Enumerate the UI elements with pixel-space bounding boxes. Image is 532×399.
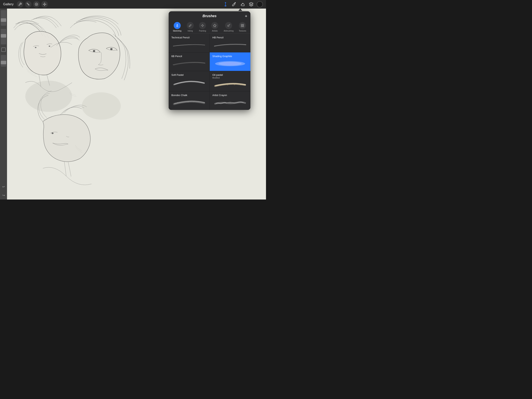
category-airbrushing-label: Airbrushing [224, 30, 234, 32]
flow-slider[interactable] [1, 55, 6, 67]
sketch-illustration [0, 9, 160, 200]
painting-icon [199, 22, 206, 29]
svg-point-33 [237, 102, 238, 103]
category-airbrushing[interactable]: Airbrushing [222, 21, 236, 33]
magic-button[interactable] [25, 1, 32, 8]
category-artistic[interactable]: Artistic [209, 21, 220, 33]
brush-name-soft-pastel: Soft Pastel [171, 73, 207, 76]
brush-cell-hb-pencil[interactable]: HB Pencil [210, 34, 251, 52]
svg-point-31 [222, 102, 222, 103]
brush-cell-artist-crayon[interactable]: Artist Crayon [210, 91, 251, 110]
brush-name-oil-pastel: Oil pastel [212, 73, 248, 76]
right-tools [222, 1, 263, 7]
artistic-icon [211, 22, 218, 29]
svg-point-30 [203, 102, 203, 103]
category-textures-label: Textures [239, 30, 246, 32]
svg-point-25 [177, 102, 178, 103]
brush-preview-hb-pencil [212, 39, 248, 50]
brush-preview-artist-crayon [212, 97, 248, 108]
svg-point-16 [202, 25, 203, 26]
brush-tool-button[interactable] [231, 1, 237, 7]
category-sketching-label: Sketching [173, 30, 182, 32]
svg-rect-20 [243, 26, 244, 27]
brush-cell-bonobo-chalk[interactable]: Bonobo Chalk [169, 91, 209, 110]
category-painting-label: Painting [199, 30, 206, 32]
brush-preview-shading-graphite [212, 58, 248, 69]
color-picker-square[interactable] [1, 48, 6, 52]
brush-cell-shading-graphite[interactable]: Shading Graphite [210, 52, 251, 71]
brushes-panel: Brushes + Sketching Inking [169, 11, 250, 110]
brush-categories: Sketching Inking Painting [169, 20, 250, 34]
svg-point-28 [193, 102, 194, 102]
opacity-slider-thumb[interactable] [1, 18, 6, 22]
brush-cell-technical-pencil[interactable]: Technical Pencil [169, 34, 209, 52]
brush-name-bonobo-chalk: Bonobo Chalk [171, 94, 207, 97]
svg-point-2 [35, 3, 38, 6]
size-slider-thumb[interactable] [1, 34, 6, 38]
brushes-title: Brushes [203, 14, 216, 18]
category-inking[interactable]: Inking [185, 21, 196, 33]
textures-icon [239, 22, 246, 29]
flow-slider-thumb[interactable] [1, 61, 6, 64]
brush-name-hb-pencil: HB Pencil [212, 36, 248, 39]
svg-marker-7 [249, 2, 253, 4]
brushes-add-button[interactable]: + [245, 14, 247, 18]
sketching-icon [174, 22, 181, 29]
category-painting[interactable]: Painting [197, 21, 208, 33]
svg-point-32 [230, 102, 231, 103]
brush-preview-bonobo-chalk [171, 97, 207, 108]
wrench-button[interactable] [17, 1, 23, 8]
svg-point-14 [25, 81, 72, 112]
category-textures[interactable]: Textures [237, 21, 248, 33]
svg-point-24 [222, 62, 238, 65]
layers-tool-button[interactable] [248, 1, 254, 7]
svg-rect-8 [0, 9, 160, 200]
opacity-slider[interactable] [1, 10, 6, 26]
category-sketching[interactable]: Sketching [171, 21, 184, 33]
brush-modified-oil-pastel: Modified [212, 77, 248, 79]
move-button[interactable] [41, 1, 48, 8]
svg-line-6 [241, 3, 243, 5]
brush-preview-soft-pastel [171, 77, 207, 89]
svg-point-13 [52, 133, 54, 134]
airbrushing-icon [225, 22, 232, 29]
size-slider[interactable] [1, 29, 6, 45]
brush-name-technical-pencil: Technical Pencil [171, 36, 207, 39]
brush-cell-soft-pastel[interactable]: Soft Pastel [169, 71, 209, 91]
svg-point-26 [183, 102, 183, 103]
category-inking-label: Inking [188, 30, 193, 32]
brush-preview-6b-pencil [171, 58, 207, 69]
redo-button[interactable]: ↪ [1, 193, 6, 198]
svg-point-12 [110, 48, 113, 50]
svg-rect-21 [241, 26, 242, 27]
smudge-button[interactable] [33, 1, 40, 8]
brushes-header: Brushes + [169, 11, 250, 20]
brush-preview-oil-pastel [212, 80, 248, 89]
svg-point-9 [35, 47, 36, 48]
brush-cell-6b-pencil[interactable]: 6B Pencil [169, 52, 209, 71]
svg-point-11 [93, 50, 95, 52]
color-swatch[interactable] [257, 1, 263, 7]
svg-rect-5 [225, 6, 226, 6]
undo-button[interactable]: ↩ [1, 184, 6, 189]
left-panel: ↩ ↪ [0, 9, 7, 200]
pencil-tool-button[interactable] [222, 1, 229, 7]
inking-icon [187, 22, 194, 29]
brush-cell-oil-pastel[interactable]: Oil pastel Modified [210, 71, 251, 91]
brush-grid: Technical Pencil HB Pencil 6B Pencil [169, 34, 250, 110]
brush-name-shading-graphite: Shading Graphite [212, 55, 248, 58]
gallery-button[interactable]: Gallery [3, 2, 14, 6]
eraser-tool-button[interactable] [240, 1, 246, 7]
svg-rect-19 [243, 24, 244, 25]
category-artistic-label: Artistic [212, 30, 218, 32]
svg-rect-18 [241, 24, 242, 25]
svg-point-17 [228, 25, 229, 27]
panel-arrow [238, 9, 242, 11]
svg-point-15 [82, 92, 121, 120]
brush-preview-technical-pencil [171, 39, 207, 50]
toolbar: Gallery [0, 0, 266, 9]
svg-line-1 [29, 5, 29, 6]
brush-name-artist-crayon: Artist Crayon [212, 94, 248, 97]
svg-point-27 [188, 102, 189, 102]
brush-name-6b-pencil: 6B Pencil [171, 55, 207, 58]
